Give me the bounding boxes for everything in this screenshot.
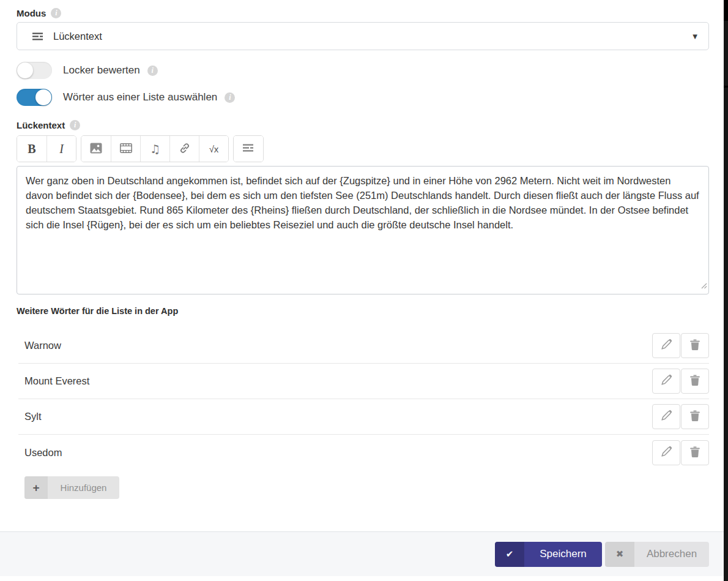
save-button[interactable]: ✔ Speichern <box>495 542 602 567</box>
trash-icon <box>690 446 700 459</box>
scrollbar-segment <box>724 0 728 21</box>
info-icon[interactable]: i <box>70 120 80 130</box>
delete-word-button[interactable] <box>681 369 709 394</box>
insert-gap-button[interactable] <box>234 136 263 162</box>
insert-video-button[interactable] <box>111 136 140 162</box>
word-row-actions <box>652 333 709 358</box>
resize-handle-icon[interactable] <box>700 278 707 293</box>
scrollbar[interactable] <box>724 0 728 581</box>
modus-selected-value: Lückentext <box>53 31 102 42</box>
word-label: Usedom <box>24 447 652 459</box>
media-button-group: ♫ √x <box>81 135 229 162</box>
toggle-knob <box>35 89 51 105</box>
edit-word-button[interactable] <box>652 404 680 429</box>
info-icon[interactable]: i <box>147 66 158 76</box>
edit-word-button[interactable] <box>652 333 680 358</box>
add-word-label: Hinzufügen <box>48 476 119 499</box>
word-row-actions <box>652 440 709 465</box>
woerter-liste-toggle[interactable] <box>17 89 52 106</box>
editor-toolbar: B I ♫ <box>17 135 709 162</box>
insert-audio-button[interactable]: ♫ <box>140 136 169 162</box>
insert-formula-button[interactable]: √x <box>199 136 228 162</box>
lueckentext-label-row: Lückentext i <box>17 119 709 131</box>
woerter-liste-row: Wörter aus einer Liste auswählen i <box>17 89 709 106</box>
word-list-heading: Weitere Wörter für die Liste in der App <box>17 306 709 318</box>
trash-icon <box>690 375 700 388</box>
exercise-editor-dialog: Modus i Lückentext ▼ Locker bewerten i W… <box>0 0 728 581</box>
cloze-button-group <box>233 135 264 162</box>
woerter-liste-label: Wörter aus einer Liste auswählen <box>63 91 217 103</box>
word-row: Warnow <box>18 328 709 364</box>
word-row-actions <box>652 404 709 429</box>
italic-button[interactable]: I <box>46 136 76 162</box>
check-icon: ✔ <box>495 542 524 567</box>
lueckentext-label: Lückentext <box>17 120 65 130</box>
image-icon <box>90 143 102 156</box>
delete-word-button[interactable] <box>681 440 709 465</box>
cloze-lines-icon <box>32 32 44 41</box>
info-icon[interactable]: i <box>225 92 235 103</box>
pencil-icon <box>660 446 672 460</box>
cancel-label: Abbrechen <box>634 542 709 567</box>
insert-image-button[interactable] <box>81 136 111 162</box>
pencil-icon <box>660 339 672 353</box>
word-row: Mount Everest <box>18 364 709 399</box>
delete-word-button[interactable] <box>681 404 709 429</box>
dialog-footer: ✔ Speichern ✖ Abbrechen <box>0 531 724 576</box>
film-icon <box>120 143 132 155</box>
edit-word-button[interactable] <box>652 440 680 465</box>
locker-bewerten-toggle[interactable] <box>17 62 52 79</box>
word-row: Usedom <box>18 435 709 470</box>
scrollbar-segment <box>724 86 728 88</box>
word-label: Mount Everest <box>24 375 652 387</box>
close-icon: ✖ <box>605 542 634 567</box>
music-note-icon: ♫ <box>150 142 160 156</box>
trash-icon <box>690 410 700 423</box>
cloze-lines-icon <box>243 143 254 154</box>
pencil-icon <box>660 410 672 424</box>
format-button-group: B I <box>17 135 76 162</box>
cloze-text-value: Wer ganz oben in Deutschland angekommen … <box>26 175 699 230</box>
word-label: Sylt <box>24 411 652 422</box>
locker-bewerten-row: Locker bewerten i <box>17 62 709 79</box>
word-row: Sylt <box>18 399 709 435</box>
modus-select[interactable]: Lückentext ▼ <box>17 22 709 50</box>
cancel-button[interactable]: ✖ Abbrechen <box>605 542 709 567</box>
delete-word-button[interactable] <box>681 333 709 358</box>
trash-icon <box>690 339 700 352</box>
insert-link-button[interactable] <box>169 136 199 162</box>
edit-word-button[interactable] <box>652 369 680 394</box>
word-list: Warnow Mount Everest <box>18 328 709 470</box>
toggle-knob <box>17 62 33 78</box>
dialog-content: Modus i Lückentext ▼ Locker bewerten i W… <box>0 0 728 499</box>
cloze-text-input[interactable]: Wer ganz oben in Deutschland angekommen … <box>17 166 709 294</box>
modus-label-row: Modus i <box>17 7 709 19</box>
word-label: Warnow <box>24 340 652 351</box>
add-word-button[interactable]: + Hinzufügen <box>24 476 119 499</box>
locker-bewerten-label: Locker bewerten <box>63 64 140 77</box>
save-label: Speichern <box>524 542 602 567</box>
word-row-actions <box>652 369 709 394</box>
info-icon[interactable]: i <box>51 8 61 18</box>
modus-label: Modus <box>17 8 46 18</box>
link-icon <box>179 142 191 156</box>
pencil-icon <box>660 374 672 388</box>
plus-icon: + <box>24 476 48 499</box>
bold-button[interactable]: B <box>17 136 46 162</box>
chevron-down-icon: ▼ <box>693 33 697 40</box>
